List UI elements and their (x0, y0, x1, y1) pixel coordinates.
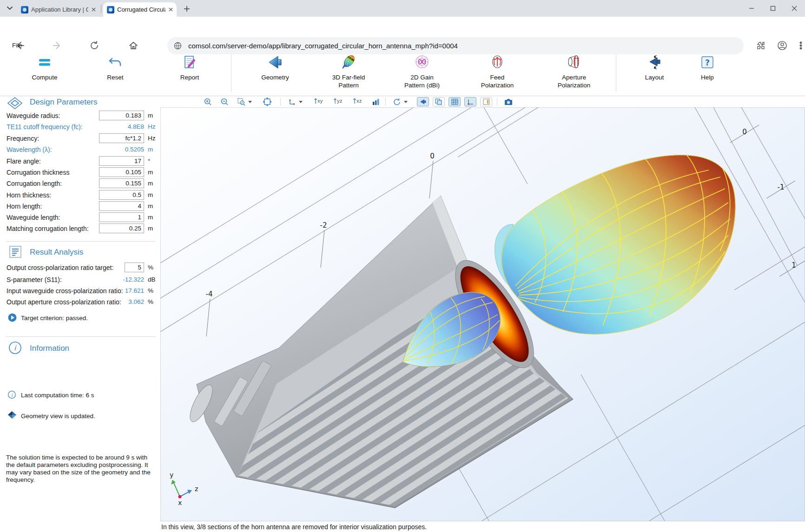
param-label: Output cross-polarization ratio target: (7, 264, 113, 271)
tab-close-icon[interactable] (168, 6, 173, 13)
axes-icon (467, 99, 474, 105)
param-label: Matching corrugation length: (7, 225, 89, 232)
axis-label: 1 (792, 261, 796, 269)
layout-button[interactable]: Layout (627, 52, 682, 96)
geometry-horn-icon (267, 54, 284, 71)
farfield-3d-button[interactable]: 3D Far-fieldPattern (321, 52, 376, 96)
param-label: Waveguide radius: (7, 112, 60, 119)
scene-light-toggle[interactable] (417, 97, 429, 106)
grid-toggle[interactable] (449, 97, 461, 106)
grid-icon (451, 99, 458, 105)
view-caption: In this view, 3/8 sections of the horn a… (161, 523, 427, 531)
frequency-input[interactable] (99, 133, 144, 143)
color-legend-icon (483, 99, 490, 105)
corrugation-length-input[interactable] (99, 178, 144, 188)
svg-text:i: i (14, 344, 17, 352)
zoom-box-caret[interactable] (247, 97, 253, 106)
aperture-polarization-button[interactable]: AperturePolarization (546, 52, 602, 96)
horn-thickness-input[interactable] (99, 190, 144, 200)
triad-z-label: z (195, 485, 198, 493)
param-label: TE11 cutoff frequency (fc): (7, 123, 83, 131)
param-unit: m (148, 169, 153, 176)
information-icon: i (9, 342, 21, 354)
view-xy-button[interactable]: xy (314, 98, 323, 104)
horn-length-input[interactable] (99, 201, 144, 211)
tab-horn-antenna[interactable]: Corrugated Circular Horn Anten (103, 2, 177, 17)
view-xz-button[interactable]: xz (353, 98, 362, 104)
gain-2d-button[interactable]: 2D GainPattern (dBi) (394, 52, 450, 96)
tab-divider (101, 5, 101, 13)
view-orientation-button[interactable] (287, 97, 297, 106)
window-minimize-button[interactable] (741, 0, 762, 17)
waveguide-radius-input[interactable] (99, 111, 144, 120)
report-button[interactable]: Report (162, 52, 218, 96)
wavelength-value: 0.5205 (98, 146, 144, 153)
rotate-caret[interactable] (403, 97, 409, 106)
axis-label: -2 (320, 221, 327, 230)
last-computation-time: Last computation time: 6 s (21, 392, 94, 399)
zoom-extents-button[interactable] (262, 97, 272, 106)
tab-title: Corrugated Circular Horn Anten (117, 6, 165, 13)
zoom-out-button[interactable] (219, 97, 230, 106)
minimize-icon (749, 6, 754, 11)
svg-text:i: i (11, 393, 13, 398)
graphics-canvas[interactable]: 0 -2 -4 0 -1 1 y z x (160, 107, 805, 521)
axis-label: -4 (206, 290, 213, 298)
reload-button[interactable] (89, 40, 99, 51)
tab-close-icon[interactable] (91, 6, 96, 13)
zoom-in-button[interactable] (203, 97, 213, 106)
forward-button[interactable] (52, 40, 62, 51)
param-unit: m (148, 146, 153, 153)
param-label: Corrugation length: (7, 180, 62, 187)
new-tab-button[interactable] (182, 4, 191, 13)
profile-avatar[interactable] (777, 40, 787, 51)
caret-down-icon (404, 101, 408, 103)
corrugation-thickness-input[interactable] (99, 167, 144, 177)
farfield-3d-icon (340, 54, 357, 71)
layout-icon (646, 54, 663, 71)
waveguide-length-input[interactable] (99, 212, 144, 222)
transparency-toggle[interactable] (433, 97, 445, 106)
tab-application-library[interactable]: Application Library | COMSOL S (17, 2, 100, 17)
camera-icon (504, 99, 513, 105)
tab-search-button[interactable] (5, 3, 15, 13)
snapshot-button[interactable] (503, 97, 514, 106)
result-analysis-icon (9, 246, 21, 258)
maximize-icon (770, 6, 776, 11)
show-axes-toggle[interactable] (464, 97, 476, 106)
default-view-button[interactable] (370, 97, 381, 106)
feed-polarization-button[interactable]: FeedPolarization (469, 52, 525, 96)
reset-icon (107, 54, 123, 70)
matching-corrugation-length-input[interactable] (99, 223, 144, 233)
param-unit: % (148, 298, 153, 305)
home-icon (128, 40, 139, 51)
flare-angle-input[interactable] (99, 156, 144, 166)
kebab-icon (796, 40, 805, 51)
information-paragraph: The solution time is expected to be arou… (6, 454, 156, 484)
window-close-button[interactable] (784, 0, 805, 17)
extensions-button[interactable] (756, 40, 766, 51)
zoom-box-button[interactable] (236, 97, 246, 106)
geometry-button[interactable]: Geometry (247, 52, 303, 96)
compute-icon (37, 54, 53, 70)
reset-button[interactable]: Reset (87, 52, 143, 96)
compute-button[interactable]: Compute (17, 52, 73, 96)
param-label: Frequency: (7, 135, 39, 142)
cross-polarization-target-input[interactable] (125, 263, 144, 272)
help-button[interactable]: ? Help (680, 52, 735, 96)
svg-text:?: ? (705, 58, 710, 67)
color-legend-toggle[interactable] (480, 97, 492, 106)
output-cross-polarization-value: 3.062 (107, 298, 144, 305)
home-button[interactable] (128, 40, 139, 51)
chevron-down-icon (7, 7, 13, 10)
param-unit: m (148, 214, 153, 221)
browser-menu-button[interactable] (796, 40, 805, 51)
graphics-toolbar-separator (385, 98, 386, 105)
rotate-button[interactable] (392, 97, 402, 106)
window-maximize-button[interactable] (762, 0, 784, 17)
file-menu[interactable]: File (12, 42, 22, 49)
view-orientation-caret[interactable] (298, 97, 304, 106)
gain-2d-icon (414, 54, 430, 71)
view-yz-button[interactable]: yz (333, 98, 343, 104)
target-criterion-status: Target criterion: passed. (21, 315, 88, 322)
